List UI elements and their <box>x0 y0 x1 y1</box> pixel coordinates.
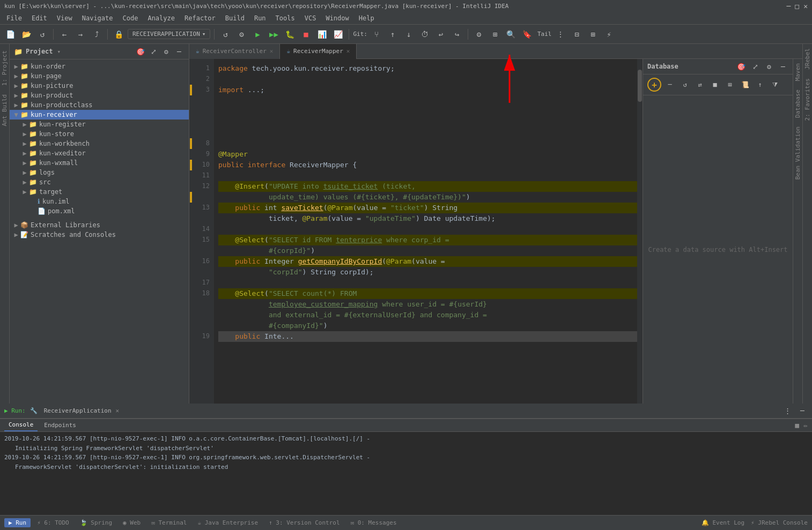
tree-item-target[interactable]: ▶ 📁 target <box>10 187 189 197</box>
split-btn[interactable]: ⊟ <box>570 27 584 41</box>
toggle-target[interactable]: ▶ <box>20 188 29 196</box>
db-add-datasource-btn[interactable]: + <box>647 78 661 92</box>
tree-item-kun-productclass[interactable]: ▶ 📁 kun-productclass <box>10 100 189 110</box>
db-remove-btn[interactable]: ─ <box>663 78 676 91</box>
toggle-kun-productclass[interactable]: ▶ <box>12 101 20 109</box>
tab-close-controller[interactable]: ✕ <box>270 48 274 55</box>
tree-item-scratches[interactable]: ▶ 📝 Scratches and Consoles <box>10 230 189 240</box>
db-export-btn[interactable]: ↑ <box>754 78 766 91</box>
tab-receiver-controller[interactable]: ☕ ReceiverController ✕ <box>189 44 280 59</box>
tree-item-external-libs[interactable]: ▶ 📦 External Libraries <box>10 220 189 230</box>
stop-btn[interactable]: ■ <box>299 27 313 41</box>
bottom-tab-terminal[interactable]: ✉ Terminal <box>147 518 191 527</box>
git-history-btn[interactable]: ⏱ <box>418 27 432 41</box>
bottom-tab-messages[interactable]: ✉ 0: Messages <box>346 518 401 527</box>
console-stop-btn[interactable]: ■ <box>795 421 799 429</box>
db-minimize-icon[interactable]: ─ <box>778 61 788 72</box>
toggle-logs[interactable]: ▶ <box>20 169 29 176</box>
bottom-tab-run[interactable]: ▶ Run <box>4 518 31 527</box>
db-stop-btn[interactable]: ■ <box>708 78 721 91</box>
menu-view[interactable]: View <box>53 13 77 23</box>
tree-item-kun-wxmall[interactable]: ▶ 📁 kun-wxmall <box>10 158 189 168</box>
toggle-src[interactable]: ▶ <box>20 178 29 186</box>
save-btn[interactable]: ↺ <box>35 27 49 41</box>
columns-btn[interactable]: ⊞ <box>586 27 600 41</box>
menu-code[interactable]: Code <box>119 13 143 23</box>
debug-btn[interactable]: 🐛 <box>283 27 297 41</box>
tree-item-kun-workbench[interactable]: ▶ 📁 kun-workbench <box>10 139 189 148</box>
tree-item-kun-picture[interactable]: ▶ 📁 kun-picture <box>10 81 189 91</box>
menu-window[interactable]: Window <box>321 13 353 23</box>
menu-build[interactable]: Build <box>221 13 249 23</box>
tab-receiver-mapper[interactable]: ☕ ReceiverMapper ✕ <box>280 44 357 59</box>
console-edit-btn[interactable]: ✏ <box>803 421 808 429</box>
git-redo-btn[interactable]: ↪ <box>450 27 464 41</box>
run-bar-close[interactable]: ✕ <box>116 407 120 414</box>
tree-item-kun-product[interactable]: ▶ 📁 kun-product <box>10 91 189 100</box>
tree-item-kun-wxeditor[interactable]: ▶ 📁 kun-wxeditor <box>10 148 189 158</box>
event-log-btn[interactable]: 🔔 Event Log <box>702 519 744 526</box>
git-push-btn[interactable]: ↑ <box>386 27 400 41</box>
tree-item-src[interactable]: ▶ 📁 src <box>10 177 189 187</box>
menu-vcs[interactable]: VCS <box>300 13 321 23</box>
toggle-scratches[interactable]: ▶ <box>12 231 20 238</box>
run-btn[interactable]: ▶ <box>250 27 264 41</box>
tab-2-favorites[interactable]: 2: Favorites <box>803 74 812 125</box>
run-bar-run-btn[interactable]: ▶ Run: <box>4 407 26 414</box>
db-table-btn[interactable]: ⊞ <box>724 78 736 91</box>
expand-btn[interactable]: ⤢ <box>148 46 159 57</box>
tab-ant-build[interactable]: Ant Build <box>0 90 9 131</box>
tree-item-kun-order[interactable]: ▶ 📁 kun-order <box>10 62 189 71</box>
project-dropdown[interactable]: ▾ <box>57 48 61 55</box>
code-content[interactable]: package tech.yooo.kun.receiver.repositor… <box>214 59 637 404</box>
bottom-tab-version-control[interactable]: ↑ 3: Version Control <box>264 518 344 527</box>
new-file-btn[interactable]: 📄 <box>3 27 17 41</box>
menu-tools[interactable]: Tools <box>271 13 299 23</box>
tree-item-logs[interactable]: ▶ 📁 logs <box>10 168 189 177</box>
bookmark-btn[interactable]: 🔖 <box>520 27 534 41</box>
console-tab[interactable]: Console <box>4 419 38 431</box>
toggle-kun-wxmall[interactable]: ▶ <box>20 159 29 167</box>
db-target-icon[interactable]: 🎯 <box>736 61 747 72</box>
back-btn[interactable]: ← <box>57 27 71 41</box>
gear-icon[interactable]: ⚙ <box>161 46 172 57</box>
bottom-tab-spring[interactable]: 🍃 Spring <box>76 518 116 527</box>
menu-run[interactable]: Run <box>250 13 270 23</box>
coverage-btn[interactable]: 📊 <box>315 27 329 41</box>
scrollbar-thumb[interactable] <box>638 70 642 102</box>
editor-scrollbar[interactable] <box>637 59 643 404</box>
maximize-button[interactable]: □ <box>795 2 799 10</box>
git-undo-btn[interactable]: ↩ <box>434 27 448 41</box>
toggle-kun-page[interactable]: ▶ <box>12 72 20 80</box>
run-bar-minimize-btn[interactable]: ─ <box>797 406 808 416</box>
toggle-kun-receiver[interactable]: ▼ <box>12 111 20 118</box>
tab-jrebel[interactable]: JRebel <box>803 44 812 74</box>
tree-item-pom-xml[interactable]: 📄 pom.xml <box>10 206 189 216</box>
toggle-kun-workbench[interactable]: ▶ <box>20 140 29 147</box>
db-filter-btn[interactable]: ⧩ <box>769 78 781 91</box>
db-expand-icon[interactable]: ⤢ <box>750 61 761 72</box>
settings-btn[interactable]: ⚙ <box>234 27 248 41</box>
git-pull-btn[interactable]: ↓ <box>402 27 416 41</box>
forward-btn[interactable]: → <box>73 27 87 41</box>
profile-btn[interactable]: 📈 <box>331 27 345 41</box>
vcs-btn[interactable]: 🔒 <box>112 27 126 41</box>
toggle-kun-wxeditor[interactable]: ▶ <box>20 150 29 157</box>
menu-analyze[interactable]: Analyze <box>143 13 179 23</box>
tab-bean-validation[interactable]: Bean Validation <box>793 122 802 184</box>
tab-close-mapper[interactable]: ✕ <box>346 48 350 55</box>
menu-help[interactable]: Help <box>355 13 379 23</box>
git-branch-btn[interactable]: ⑂ <box>370 27 383 41</box>
jrebel-console-btn[interactable]: ⚡ JRebel Console <box>751 519 808 526</box>
menu-edit[interactable]: Edit <box>27 13 51 23</box>
tree-item-kun-register[interactable]: ▶ 📁 kun-register <box>10 120 189 129</box>
locate-btn[interactable]: 🎯 <box>135 46 146 57</box>
menu-file[interactable]: File <box>2 13 26 23</box>
close-button[interactable]: ✕ <box>803 2 808 10</box>
toggle-external-libs[interactable]: ▶ <box>12 221 20 229</box>
play-btn[interactable]: ▶▶ <box>267 27 280 41</box>
db-refresh-btn[interactable]: ↺ <box>678 78 691 91</box>
extra-btn[interactable]: ⚡ <box>602 27 616 41</box>
settings2-btn[interactable]: ⚙ <box>472 27 486 41</box>
bottom-tab-todo[interactable]: ⚡ 6: TODO <box>33 518 73 527</box>
